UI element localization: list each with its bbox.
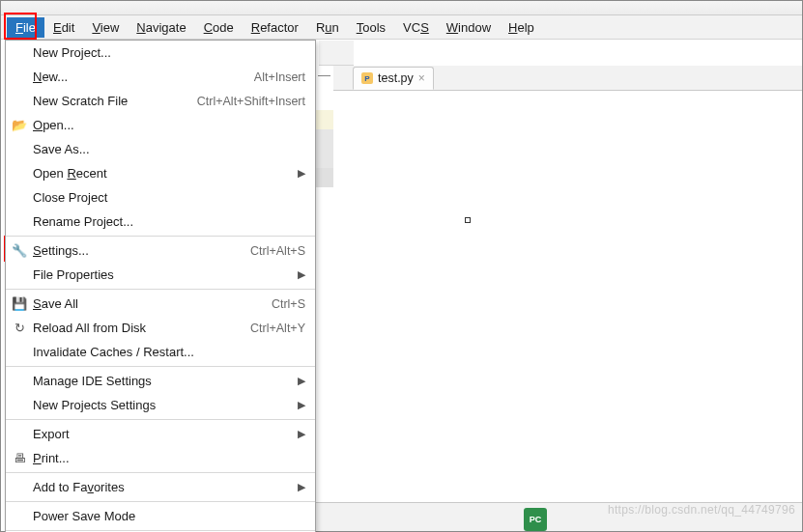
print-icon: 🖶 <box>12 451 27 466</box>
save-icon: 💾 <box>12 296 27 312</box>
minimize-tool-window-icon[interactable]: — <box>316 66 332 83</box>
separator <box>6 530 315 531</box>
menu-item-save-all[interactable]: 💾Save AllCtrl+S <box>6 292 315 316</box>
separator <box>6 366 315 367</box>
menu-item-settings[interactable]: 🔧Settings...Ctrl+Alt+S <box>6 238 315 263</box>
separator <box>6 289 315 290</box>
editor-area[interactable] <box>333 91 802 499</box>
close-icon[interactable]: × <box>418 71 425 85</box>
caret-icon <box>465 217 471 223</box>
submenu-icon: ▶ <box>298 399 305 411</box>
menu-item-reload[interactable]: ↻Reload All from DiskCtrl+Alt+Y <box>6 316 315 340</box>
file-menu-dropdown: New Project... New...Alt+Insert New Scra… <box>5 40 316 532</box>
editor-tab-label: test.py <box>378 71 414 85</box>
menu-item-new-projects-settings[interactable]: New Projects Settings▶ <box>6 393 315 417</box>
submenu-icon: ▶ <box>298 167 305 180</box>
menu-item-export[interactable]: Export▶ <box>6 422 315 446</box>
editor-tab-test-py[interactable]: P test.py × <box>353 67 434 90</box>
menu-item-open[interactable]: 📂Open... <box>6 113 315 137</box>
separator <box>6 419 315 420</box>
menu-item-new[interactable]: New...Alt+Insert <box>6 65 315 89</box>
menu-item-print[interactable]: 🖶Print... <box>6 446 315 470</box>
submenu-icon: ▶ <box>298 428 305 440</box>
folder-icon: 📂 <box>12 118 27 133</box>
submenu-icon: ▶ <box>298 268 305 281</box>
wrench-icon: 🔧 <box>12 243 27 259</box>
menu-item-new-project[interactable]: New Project... <box>6 41 315 65</box>
submenu-icon: ▶ <box>298 481 305 493</box>
menu-item-manage-ide[interactable]: Manage IDE Settings▶ <box>6 369 315 393</box>
reload-icon: ↻ <box>12 321 27 336</box>
menu-item-new-scratch[interactable]: New Scratch FileCtrl+Alt+Shift+Insert <box>6 89 315 113</box>
separator <box>6 236 315 237</box>
menu-item-save-as[interactable]: Save As... <box>6 137 315 161</box>
separator <box>6 501 315 502</box>
watermark: https://blog.csdn.net/qq_44749796 <box>608 503 795 517</box>
breadcrumb-area <box>319 41 354 66</box>
menu-item-rename-project[interactable]: Rename Project... <box>6 210 315 234</box>
menu-item-add-favorites[interactable]: Add to Favorites▶ <box>6 475 315 499</box>
menu-item-power-save[interactable]: Power Save Mode <box>6 504 315 528</box>
menu-item-invalidate[interactable]: Invalidate Caches / Restart... <box>6 340 315 364</box>
editor-tab-bar: P test.py × <box>333 66 802 91</box>
menu-item-file-properties[interactable]: File Properties▶ <box>6 263 315 287</box>
python-file-icon: P <box>361 72 373 84</box>
menu-item-close-project[interactable]: Close Project <box>6 185 315 210</box>
submenu-icon: ▶ <box>298 375 305 387</box>
separator <box>6 472 315 473</box>
ide-badge-icon: PC <box>524 508 547 531</box>
menu-item-open-recent[interactable]: Open Recent▶ <box>6 161 315 185</box>
